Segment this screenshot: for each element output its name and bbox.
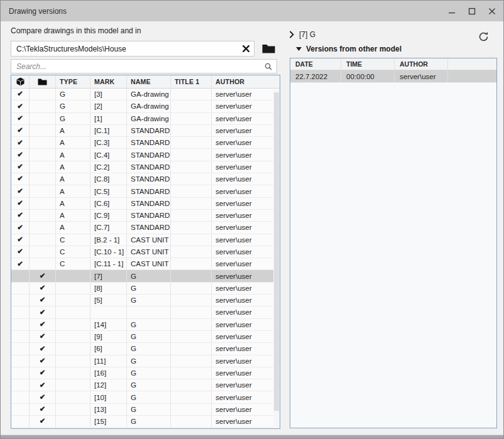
search-input[interactable] (11, 60, 260, 73)
drawing-row[interactable]: ✔C[C.11 - 1]CAST UNITserver\user (11, 258, 280, 270)
name-cell: STANDARD (127, 161, 171, 173)
drawing-row[interactable]: ✔A[C.9]STANDARDserver\user (11, 210, 280, 222)
time-column-header[interactable]: TIME (341, 58, 395, 70)
name-cell: STANDARD (127, 173, 171, 185)
minimize-button[interactable] (442, 1, 462, 21)
model-path-field[interactable]: C:\TeklaStructuresModels\House (11, 41, 255, 57)
in-other-cell (30, 210, 56, 221)
in-other-cell (30, 246, 56, 257)
drawings-table-scrollbar[interactable] (273, 89, 280, 428)
browse-folder-button[interactable] (260, 42, 277, 55)
check-icon: ✔ (11, 198, 30, 209)
model-path-value[interactable]: C:\TeklaStructuresModels\House (11, 45, 238, 53)
name-cell: CAST UNIT (127, 246, 171, 257)
drawing-row[interactable]: ✔A[C.7]STANDARDserver\user (11, 222, 280, 234)
version-author-column-header[interactable]: AUTHOR (395, 58, 448, 70)
drawing-row[interactable]: ✔[13]Gserver\user (11, 404, 280, 416)
drawing-row[interactable]: ✔[7]Gserver\user (11, 270, 280, 282)
close-button[interactable] (482, 1, 502, 21)
drawings-table: TYPE MARK NAME TITLE 1 AUTHOR ✔G[3]GA-dr… (11, 75, 280, 429)
drawing-row[interactable]: ✔A[C.4]STANDARDserver\user (11, 149, 280, 161)
drawing-row[interactable]: ✔A[C.5]STANDARDserver\user (11, 185, 280, 197)
check-icon: ✔ (11, 222, 30, 233)
title1-cell (171, 355, 212, 367)
drawing-row[interactable]: ✔A[C.6]STANDARDserver\user (11, 198, 280, 210)
drawing-row[interactable]: ✔G[1]GA-drawingserver\user (11, 113, 280, 125)
author-cell: server\user (212, 173, 280, 185)
drawing-versions-window: Drawing versions Compare drawings in thi… (0, 0, 504, 439)
mark-column-header[interactable]: MARK (90, 75, 127, 88)
mark-cell: [C.4] (90, 149, 127, 160)
clear-path-button[interactable] (238, 41, 254, 56)
author-column-header[interactable]: AUTHOR (212, 75, 280, 88)
drawing-row[interactable]: ✔[11]Gserver\user (11, 355, 280, 367)
in-model-cell (11, 404, 30, 415)
drawing-row[interactable]: ✔[8]Gserver\user (11, 283, 280, 295)
drawing-row[interactable]: ✔C[B.2 - 1]CAST UNITserver\user (11, 234, 280, 246)
type-cell (56, 283, 90, 294)
drawing-row[interactable]: ✔[14]Gserver\user (11, 319, 280, 331)
drawing-row[interactable]: ✔A[C.3]STANDARDserver\user (11, 137, 280, 149)
author-cell: server\user (212, 89, 280, 100)
mark-cell: [C.3] (90, 137, 127, 148)
drawing-row[interactable]: ✔C[C.10 - 1]CAST UNITserver\user (11, 246, 280, 258)
in-model-cell (11, 295, 30, 306)
title1-cell (171, 161, 212, 173)
drawings-table-header[interactable]: TYPE MARK NAME TITLE 1 AUTHOR (11, 75, 280, 89)
drawing-row[interactable]: ✔[15]Gserver\user (11, 416, 280, 428)
name-column-header[interactable]: NAME (127, 75, 171, 88)
in-other-cell (30, 125, 56, 136)
author-cell: server\user (212, 234, 280, 246)
empty-column-header[interactable] (448, 58, 496, 70)
drawings-table-body: ✔G[3]GA-drawingserver\user✔G[2]GA-drawin… (11, 89, 280, 428)
name-cell: G (127, 379, 171, 391)
version-date-cell: 22.7.2022 (290, 70, 341, 82)
date-column-header[interactable]: DATE (290, 58, 341, 70)
type-cell (56, 319, 90, 330)
name-cell: G (127, 331, 171, 342)
versions-table-body: 22.7.202200:00:00server\user (290, 70, 496, 83)
clear-icon (243, 45, 249, 52)
chevron-right-icon[interactable] (289, 31, 294, 38)
versions-table-header[interactable]: DATE TIME AUTHOR (290, 58, 496, 70)
maximize-button[interactable] (462, 1, 482, 21)
drawing-row[interactable]: ✔G[2]GA-drawingserver\user (11, 100, 280, 112)
drawing-row[interactable]: ✔[5]Gserver\user (11, 295, 280, 306)
window-controls (442, 1, 502, 21)
title1-cell (171, 319, 212, 330)
in-other-model-column-header[interactable] (30, 75, 56, 88)
drawing-row[interactable]: ✔[16]Gserver\user (11, 367, 280, 379)
name-cell: STANDARD (127, 125, 171, 136)
versions-section-toggle[interactable]: Versions from other model (296, 45, 402, 53)
author-cell: server\user (212, 343, 280, 354)
search-field[interactable] (11, 59, 277, 73)
type-column-header[interactable]: TYPE (56, 75, 90, 88)
drawing-row[interactable]: ✔A[C.2]STANDARDserver\user (11, 161, 280, 173)
title1-cell (171, 404, 212, 415)
author-cell: server\user (212, 149, 280, 160)
mark-cell: [C.11 - 1] (90, 258, 127, 269)
type-cell: G (56, 89, 90, 100)
drawing-row[interactable]: ✔A[C.1]STANDARDserver\user (11, 125, 280, 137)
title-bar[interactable]: Drawing versions (1, 1, 503, 21)
drawing-row[interactable]: ✔[10]Gserver\user (11, 391, 280, 403)
title1-cell (171, 198, 212, 209)
drawing-row[interactable]: ✔[12]Gserver\user (11, 379, 280, 391)
check-icon: ✔ (30, 283, 56, 294)
drawing-row[interactable]: ✔G[3]GA-drawingserver\user (11, 89, 280, 100)
drawing-row[interactable]: ✔A[C.8]STANDARDserver\user (11, 173, 280, 185)
version-row[interactable]: 22.7.202200:00:00server\user (290, 70, 496, 83)
drawing-row[interactable]: ✔server\user (11, 306, 280, 318)
author-cell: server\user (212, 391, 280, 403)
title1-column-header[interactable]: TITLE 1 (171, 75, 212, 88)
drawing-row[interactable]: ✔[9]Gserver\user (11, 331, 280, 343)
drawing-row[interactable]: ✔[6]Gserver\user (11, 343, 280, 355)
name-cell: G (127, 355, 171, 367)
title1-cell (171, 149, 212, 160)
check-icon: ✔ (30, 367, 56, 379)
mark-cell: [11] (90, 355, 127, 367)
scrollbar-thumb[interactable] (274, 92, 279, 411)
refresh-button[interactable] (476, 29, 491, 44)
title1-cell (171, 306, 212, 318)
in-this-model-column-header[interactable] (11, 75, 30, 88)
